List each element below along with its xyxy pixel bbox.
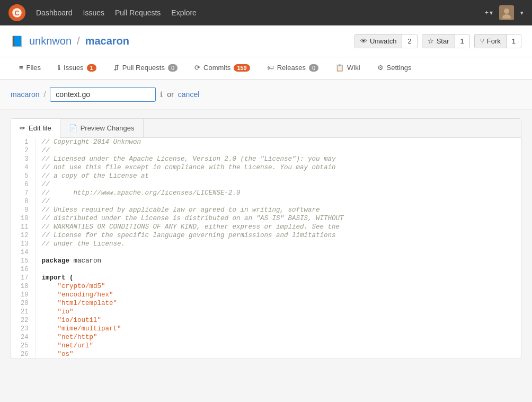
breadcrumb-root[interactable]: macaron: [11, 90, 39, 99]
files-label: Files: [26, 64, 41, 72]
tab-wiki[interactable]: 📋 Wiki: [327, 57, 369, 79]
line-number: 16: [11, 265, 35, 274]
nav-explore[interactable]: Explore: [171, 8, 196, 17]
line-number: 12: [11, 231, 35, 240]
line-content: package macaron: [35, 257, 521, 265]
table-row: 13// under the License.: [11, 240, 521, 248]
unwatch-label[interactable]: 👁 Unwatch: [355, 34, 402, 48]
fork-label[interactable]: ⑂ Fork: [475, 34, 506, 48]
nav-dashboard[interactable]: Dashboard: [36, 8, 73, 17]
tab-commits[interactable]: ⟳ Commits 159: [186, 57, 259, 79]
repo-name-link[interactable]: macaron: [85, 35, 129, 47]
svg-text:C: C: [14, 10, 19, 17]
add-icon: +: [485, 9, 489, 16]
line-number: 26: [11, 350, 35, 359]
commits-icon: ⟳: [194, 64, 200, 72]
pr-icon: ⇵: [113, 64, 119, 72]
line-content: "encoding/hex": [35, 291, 521, 299]
top-nav: C Dashboard Issues Pull Requests Explore…: [0, 0, 532, 25]
files-icon: ≡: [19, 64, 23, 72]
line-content: import (: [35, 274, 521, 282]
or-text: or: [167, 90, 173, 99]
line-number: 22: [11, 316, 35, 325]
table-row: 5// a copy of the License at: [11, 172, 521, 180]
table-row: 6//: [11, 180, 521, 189]
line-content: // not use this file except in complianc…: [35, 163, 521, 172]
table-row: 8//: [11, 197, 521, 206]
line-number: 2: [11, 146, 35, 155]
star-label[interactable]: ☆ Star: [422, 34, 455, 48]
tab-preview-changes[interactable]: 📄 Preview Changes: [60, 119, 144, 137]
unwatch-text: Unwatch: [370, 37, 397, 45]
pr-label: Pull Requests: [122, 64, 165, 72]
avatar[interactable]: [499, 5, 514, 20]
nav-pull-requests[interactable]: Pull Requests: [115, 8, 161, 17]
line-number: 11: [11, 223, 35, 231]
avatar-caret[interactable]: ▾: [520, 10, 524, 16]
line-content: //: [35, 180, 521, 189]
line-content: "net/url": [35, 342, 521, 350]
preview-changes-label: Preview Changes: [81, 124, 135, 132]
line-content: "io/ioutil": [35, 316, 521, 325]
table-row: 26 "os": [11, 350, 521, 359]
repo-owner-link[interactable]: unknwon: [29, 35, 72, 47]
table-row: 24 "net/http": [11, 333, 521, 342]
nav-right: + ▾ ▾: [485, 5, 524, 20]
table-row: 21 "io": [11, 308, 521, 316]
star-icon: ☆: [428, 37, 434, 45]
star-button[interactable]: ☆ Star 1: [422, 34, 470, 48]
table-row: 18 "crypto/md5": [11, 282, 521, 291]
site-logo[interactable]: C: [8, 4, 25, 21]
code-editor[interactable]: 1// Copyright 2014 Unknwon2//3// License…: [11, 138, 521, 359]
line-content: // Licensed under the Apache License, Ve…: [35, 155, 521, 163]
repo-icon: 📘: [11, 35, 24, 48]
line-number: 15: [11, 257, 35, 265]
breadcrumb-separator: /: [43, 90, 46, 99]
line-number: 14: [11, 248, 35, 257]
tab-issues[interactable]: ℹ Issues 1: [49, 57, 105, 79]
line-content: // Unless required by applicable law or …: [35, 206, 521, 214]
svg-point-3: [502, 14, 511, 19]
table-row: 15package macaron: [11, 257, 521, 265]
add-button[interactable]: + ▾: [485, 9, 493, 16]
line-content: // under the License.: [35, 240, 521, 248]
line-content: //: [35, 197, 521, 206]
preview-icon: 📄: [69, 124, 77, 132]
tab-settings[interactable]: ⚙ Settings: [369, 57, 420, 79]
line-content: [35, 248, 521, 257]
edit-file-label: Edit file: [29, 124, 51, 132]
editor-container: ✏ Edit file 📄 Preview Changes 1// Copyri…: [11, 118, 521, 359]
line-content: // distributed under the License is dist…: [35, 214, 521, 223]
star-count: 1: [455, 34, 469, 48]
nav-issues[interactable]: Issues: [83, 8, 104, 17]
fork-button[interactable]: ⑂ Fork 1: [474, 34, 521, 48]
tab-pull-requests[interactable]: ⇵ Pull Requests 0: [105, 57, 186, 79]
table-row: 3// Licensed under the Apache License, V…: [11, 155, 521, 163]
tab-files[interactable]: ≡ Files: [11, 57, 49, 79]
pr-badge: 0: [168, 64, 178, 72]
table-row: 23 "mime/multipart": [11, 325, 521, 333]
cancel-link[interactable]: cancel: [178, 90, 199, 99]
svg-point-2: [504, 8, 509, 14]
line-content: "os": [35, 350, 521, 359]
add-caret: ▾: [490, 9, 493, 16]
line-content: [35, 265, 521, 274]
releases-label: Releases: [277, 64, 306, 72]
repo-actions: 👁 Unwatch 2 ☆ Star 1 ⑂ Fork 1: [354, 34, 521, 48]
info-icon: ℹ: [160, 90, 163, 99]
releases-icon: 🏷: [267, 64, 274, 72]
tab-releases[interactable]: 🏷 Releases 0: [259, 57, 327, 79]
line-content: // http://www.apache.org/licenses/LICENS…: [35, 189, 521, 197]
unwatch-button[interactable]: 👁 Unwatch 2: [354, 34, 418, 48]
breadcrumb: macaron / ℹ or cancel: [0, 80, 532, 110]
table-row: 7// http://www.apache.org/licenses/LICEN…: [11, 189, 521, 197]
table-row: 1// Copyright 2014 Unknwon: [11, 138, 521, 146]
file-name-input[interactable]: [50, 87, 156, 102]
line-number: 7: [11, 189, 35, 197]
fork-text: Fork: [487, 37, 501, 45]
editor-tabs: ✏ Edit file 📄 Preview Changes: [11, 119, 521, 138]
tab-edit-file[interactable]: ✏ Edit file: [11, 119, 60, 138]
settings-icon: ⚙: [377, 64, 384, 72]
issues-badge: 1: [87, 64, 96, 72]
line-number: 20: [11, 299, 35, 308]
